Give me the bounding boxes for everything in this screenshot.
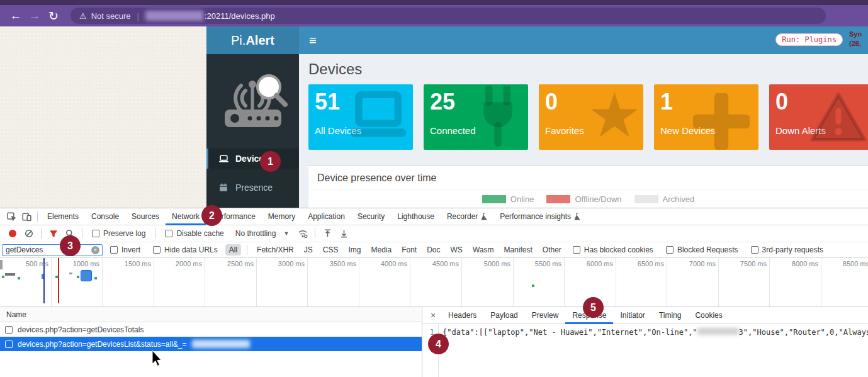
filter-pill-media[interactable]: Media (367, 244, 395, 256)
request-bar (5, 273, 15, 276)
filter-pill-css[interactable]: CSS (319, 244, 342, 256)
response-viewer[interactable]: 1 {"data":[["laptop","Net - Huawei","Int… (422, 324, 868, 377)
tab-performance-insights[interactable]: Performance insights (493, 208, 587, 225)
card-favorites[interactable]: 0 Favorites ★ (539, 84, 643, 150)
request-name: devices.php?action=getDevicesList&status… (18, 340, 187, 349)
checkbox-icon[interactable] (5, 340, 13, 348)
network-conditions-icon[interactable] (295, 227, 310, 240)
back-icon[interactable]: ← (6, 9, 25, 23)
disable-cache-checkbox[interactable]: Disable cache (165, 229, 223, 238)
tab-headers[interactable]: Headers (441, 307, 483, 324)
request-name: devices.php?action=getDevicesTotals (18, 325, 144, 334)
blocked-requests-checkbox[interactable]: Blocked Requests (666, 245, 738, 254)
flask-icon (574, 213, 580, 220)
tick-label: 8000 ms (772, 260, 818, 267)
filter-pill-font[interactable]: Font (398, 244, 420, 256)
hide-data-urls-checkbox[interactable]: Hide data URLs (153, 245, 218, 254)
tab-preview[interactable]: Preview (525, 307, 566, 324)
tick-label: 6500 ms (617, 260, 664, 267)
name-column-header[interactable]: Name (0, 307, 422, 322)
tick-label: 3000 ms (258, 260, 305, 267)
sidebar-item-devices[interactable]: Devices (206, 149, 299, 169)
request-row-selected[interactable]: devices.php?action=getDevicesList&status… (0, 337, 422, 351)
tab-security[interactable]: Security (351, 208, 391, 225)
tab-application[interactable]: Application (302, 208, 351, 225)
tab-elements[interactable]: Elements (41, 208, 85, 225)
invert-checkbox[interactable]: Invert (110, 245, 140, 254)
tick-label: 6000 ms (566, 260, 613, 267)
tab-lighthouse[interactable]: Lighthouse (391, 208, 441, 225)
divider (82, 228, 82, 239)
tick-label: 7500 ms (720, 260, 767, 267)
divider (247, 245, 247, 255)
export-har-icon[interactable] (336, 227, 351, 240)
filter-pill-other[interactable]: Other (539, 244, 565, 256)
inspect-element-icon[interactable] (4, 210, 19, 223)
router-scan-icon (216, 64, 290, 138)
record-icon[interactable] (9, 230, 16, 237)
card-down-alerts[interactable]: 0 Down Alerts (769, 84, 868, 150)
tab-cookies[interactable]: Cookies (688, 307, 729, 324)
third-party-requests-checkbox[interactable]: 3rd-party requests (751, 245, 823, 254)
card-all-devices[interactable]: 51 All Devices (308, 84, 413, 150)
sync-status: Syn(28, (849, 30, 868, 48)
calendar-icon (217, 183, 230, 192)
pialert-logo[interactable]: Pi.Alert (206, 26, 299, 54)
clear-filter-icon[interactable]: × (91, 246, 99, 254)
sidebar-toggle-icon[interactable]: ≡ (309, 33, 317, 48)
sidebar-item-presence[interactable]: Presence (206, 177, 299, 198)
logo-pi: Pi. (231, 33, 245, 48)
selected-request-marker (81, 270, 92, 281)
filter-pill-ws[interactable]: WS (447, 244, 466, 256)
app-content: Devices 51 All Devices 25 Connected (299, 54, 868, 208)
tab-payload[interactable]: Payload (483, 307, 524, 324)
request-dot (94, 277, 97, 279)
preserve-log-checkbox[interactable]: Preserve log (92, 229, 145, 238)
chevron-down-icon: ▼ (283, 230, 289, 237)
has-blocked-cookies-checkbox[interactable]: Has blocked cookies (573, 245, 653, 254)
request-row[interactable]: devices.php?action=getDevicesTotals (0, 322, 422, 337)
pialert-app: Pi.Alert ≡ Run: Plugins Syn(28, (206, 26, 868, 208)
annotation-badge-4: 4 (428, 334, 449, 354)
filter-input[interactable] (2, 244, 103, 256)
clear-icon[interactable] (21, 227, 37, 240)
page-title: Devices (308, 57, 868, 84)
filter-pill-img[interactable]: Img (344, 244, 364, 256)
filter-pill-js[interactable]: JS (300, 244, 317, 256)
reload-icon[interactable]: ↻ (44, 9, 63, 23)
run-plugins-button[interactable]: Run: Plugins (775, 33, 843, 46)
tab-recorder[interactable]: Recorder (441, 208, 493, 225)
checkbox-icon (92, 230, 99, 237)
tab-network[interactable]: Network (166, 208, 206, 225)
request-detail-panel: × Headers Payload Preview Response Initi… (422, 307, 868, 377)
card-new-devices[interactable]: 1 New Devices (654, 84, 758, 150)
divider (155, 228, 155, 239)
browser-toolbar: ← → ↻ ⚠ Not secure | :20211/devices.php (0, 5, 868, 26)
filter-pill-doc[interactable]: Doc (423, 244, 444, 256)
import-har-icon[interactable] (320, 227, 335, 240)
throttling-select[interactable]: No throttling▼ (235, 229, 290, 238)
close-icon[interactable]: × (427, 310, 439, 320)
filter-icon[interactable] (46, 227, 61, 240)
filter-pill-all[interactable]: All (225, 244, 241, 256)
address-bar[interactable]: ⚠ Not secure | :20211/devices.php (70, 8, 826, 24)
tab-memory[interactable]: Memory (262, 208, 302, 225)
tab-initiator[interactable]: Initiator (613, 307, 651, 324)
checkbox-icon[interactable] (5, 326, 13, 334)
filter-pill-manifest[interactable]: Manifest (500, 244, 536, 256)
tick-label: 1500 ms (104, 260, 151, 267)
checkbox-icon (165, 230, 172, 237)
not-secure-label[interactable]: Not secure (91, 11, 131, 21)
tab-timing[interactable]: Timing (652, 307, 689, 324)
tab-console[interactable]: Console (85, 208, 125, 225)
mouse-cursor (151, 350, 164, 368)
tab-sources[interactable]: Sources (125, 208, 166, 225)
annotation-badge-1: 1 (260, 151, 281, 172)
device-toolbar-icon[interactable] (19, 210, 34, 223)
filter-pill-wasm[interactable]: Wasm (469, 244, 498, 256)
network-overview-timeline[interactable]: 500 ms 1000 ms 1500 ms 2000 ms 2500 ms 3… (0, 258, 868, 307)
card-connected[interactable]: 25 Connected (424, 84, 528, 150)
forward-icon[interactable]: → (25, 9, 44, 23)
request-dot (532, 284, 534, 287)
filter-pill-fetch-xhr[interactable]: Fetch/XHR (253, 244, 298, 256)
